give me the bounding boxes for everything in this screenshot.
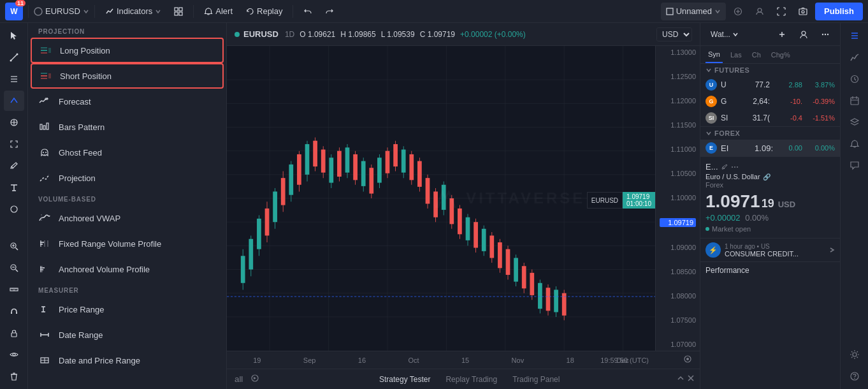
svg-point-11: [16, 54, 18, 55]
add-watch-button[interactable]: [728, 3, 748, 20]
long-position-item[interactable]: Long Position: [31, 38, 224, 63]
g-name: G: [721, 97, 741, 106]
time-axis: 19 Sep 16 Oct 15 Nov 18 Dec 19:59:50 (UT…: [227, 351, 700, 369]
trash-tool2[interactable]: [4, 366, 24, 386]
alert-button[interactable]: Alert: [199, 3, 238, 20]
calendar-sidebar-button[interactable]: [844, 91, 865, 111]
ghost-feed-item[interactable]: Ghost Feed: [28, 140, 226, 165]
close-icon: [687, 374, 695, 382]
more-dots-icon[interactable]: [731, 163, 739, 171]
redo-button[interactable]: [320, 3, 339, 20]
chat-sidebar-button[interactable]: [844, 156, 865, 176]
futures-section-header[interactable]: FUTURES: [700, 64, 840, 77]
fixed-range-item[interactable]: Fixed Range Volume Profile: [28, 231, 226, 256]
price-1.10500: 1.10500: [660, 170, 696, 177]
help-sidebar-button[interactable]: [844, 366, 865, 386]
anchored-vwap-item[interactable]: Anchored VWAP: [28, 205, 226, 231]
chart-body[interactable]: VITTAVERSE EURUSD 1.09719 01:00:10 1.130…: [227, 46, 700, 351]
fullscreen-button[interactable]: [772, 3, 791, 20]
fibonacci-tool[interactable]: [4, 69, 24, 89]
svg-point-163: [825, 33, 826, 34]
light-sidebar-button[interactable]: [844, 344, 865, 365]
close-footer-button[interactable]: [687, 374, 695, 384]
calendar-sidebar-icon: [850, 96, 860, 106]
watchlist-profile-button[interactable]: [794, 27, 813, 41]
cursor-tool[interactable]: [4, 26, 24, 46]
date-price-range-label: Date and Price Range: [59, 356, 140, 365]
layers-sidebar-button[interactable]: [844, 112, 865, 133]
short-position-item[interactable]: Short Position: [31, 63, 224, 89]
pencil-tool[interactable]: [4, 156, 24, 176]
futures-chevron-icon: [705, 67, 712, 73]
zoom-in-tool[interactable]: [4, 236, 24, 256]
replay-icon-button[interactable]: [248, 374, 262, 385]
measure-tool[interactable]: [4, 91, 24, 111]
pattern-tool[interactable]: [4, 112, 24, 133]
replay-trading-tab[interactable]: Replay Trading: [439, 372, 503, 386]
text-tool[interactable]: [4, 177, 24, 198]
detail-name: E...: [705, 162, 718, 172]
forex-section-header[interactable]: FOREX: [700, 126, 840, 140]
chart-type-icon: [666, 8, 674, 15]
undo-button[interactable]: [298, 3, 317, 20]
collapse-button[interactable]: [677, 374, 684, 384]
clock-sidebar-button[interactable]: [844, 69, 865, 89]
forecast-item[interactable]: Forecast: [28, 89, 226, 114]
edit-icon[interactable]: [721, 163, 728, 171]
indicators-button[interactable]: Indicators: [100, 3, 166, 20]
anchored-volume-item[interactable]: Anchored Volume Profile: [28, 256, 226, 282]
zoom-out-tool[interactable]: [4, 258, 24, 278]
shape-tool[interactable]: [4, 199, 24, 219]
watchlist-sidebar-button[interactable]: [844, 26, 865, 46]
news-item[interactable]: ⚡ 1 hour ago • US CONSUMER CREDIT...: [700, 238, 840, 261]
bell-sidebar-button[interactable]: [844, 134, 865, 154]
currency-pair: 1D: [285, 30, 294, 39]
ruler-tool[interactable]: [4, 279, 24, 300]
strategy-tester-tab[interactable]: Strategy Tester: [373, 372, 437, 386]
trading-panel-tab[interactable]: Trading Panel: [506, 372, 566, 386]
eye-tool2[interactable]: [4, 344, 24, 365]
unnamed-button[interactable]: Unnamed: [661, 3, 726, 20]
price-1.10000: 1.10000: [660, 194, 696, 202]
layouts-button[interactable]: [169, 3, 188, 20]
tab-ch[interactable]: Ch: [749, 46, 763, 63]
publish-button[interactable]: Publish: [815, 3, 863, 20]
price-range-item[interactable]: Price Range: [28, 297, 226, 322]
expand-tool[interactable]: [4, 134, 24, 154]
svg-rect-96: [321, 150, 326, 173]
svg-point-37: [45, 152, 47, 153]
svg-rect-104: [353, 154, 358, 180]
dropdown-chevron-icon: [732, 31, 739, 38]
tab-las[interactable]: Las: [728, 46, 744, 63]
watchlist-dropdown-button[interactable]: Wat...: [705, 27, 744, 41]
time-settings-button[interactable]: [683, 355, 692, 365]
logo[interactable]: W 11: [5, 3, 23, 20]
add-watchlist-button[interactable]: [772, 27, 792, 41]
bars-pattern-item[interactable]: Bars Pattern: [28, 114, 226, 140]
symbol-text[interactable]: EURUSD: [45, 6, 80, 16]
watch-item-u[interactable]: U U 77.2 2.88 3.87%: [700, 77, 840, 93]
date-range-item[interactable]: Date Range: [28, 322, 226, 348]
watch-item-g[interactable]: G G 2,64: -10. -0.39%: [700, 93, 840, 110]
all-button[interactable]: all: [232, 374, 245, 384]
watchlist-more-button[interactable]: [816, 27, 835, 41]
currency-select[interactable]: USD: [656, 27, 692, 41]
active-symbol-row[interactable]: E EI 1.09: 0.00 0.00%: [700, 140, 840, 156]
projection-item[interactable]: Projection: [28, 165, 226, 191]
watch-item-si[interactable]: SI SI 31.7( -0.4 -1.51%: [700, 110, 840, 126]
svg-rect-134: [474, 222, 478, 247]
tab-syn[interactable]: Syn: [705, 46, 723, 63]
performance-button[interactable]: Performance: [700, 261, 840, 279]
svg-point-159: [686, 358, 689, 360]
account-button[interactable]: [750, 3, 769, 20]
svg-rect-140: [498, 242, 502, 268]
date-price-range-item[interactable]: Date and Price Range: [28, 348, 226, 373]
magnet-tool[interactable]: [4, 301, 24, 321]
add-icon: [734, 7, 742, 16]
chart-sidebar-button[interactable]: [844, 47, 865, 68]
lock-tool2[interactable]: [4, 323, 24, 343]
replay-button[interactable]: Replay: [240, 3, 287, 20]
line-tool[interactable]: [4, 47, 24, 68]
tab-chgpct[interactable]: Chg%: [769, 46, 793, 63]
camera-button[interactable]: [793, 3, 813, 20]
